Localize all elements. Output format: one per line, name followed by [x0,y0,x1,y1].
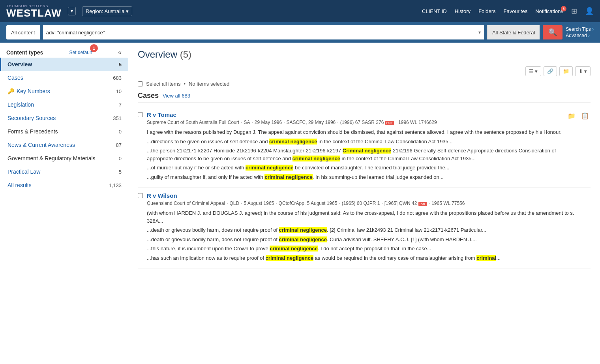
sidebar-item-label-overview: Overview [8,61,119,68]
search-input-wrapper: ▾ [43,25,484,39]
select-separator: • [184,81,186,87]
checkbox-tomac[interactable] [138,112,143,117]
sidebar-item-overview[interactable]: Overview 5 [0,58,128,71]
snippet-tomac-0: I agree with the reasons published by Du… [147,128,562,136]
snippet-tomac-4: ...guilty of manslaughter if, and only i… [147,173,562,181]
result-title-tomac[interactable]: R v Tomac [147,111,562,118]
folder-icon: 📁 [563,68,569,74]
download-button[interactable]: ⬇ ▾ [575,66,591,76]
sidebar-item-news[interactable]: News & Current Awareness 87 [0,138,128,152]
list-view-button[interactable]: ☰ ▾ [525,66,541,76]
meta-court-tomac: Supreme Court of South Australia Full Co… [147,120,239,125]
sidebar-item-count-cases: 683 [113,75,122,81]
favourites-nav[interactable]: Favourites [503,8,527,14]
meta-citation2-wilson: (1965) 60 QJPR 1 [342,201,380,206]
sidebar-item-label-secondary: Secondary Sources [8,115,113,121]
meta-court-wilson: Queensland Court of Criminal Appeal [147,201,225,206]
snippet-wilson-0: (with whom HARDEN J. and DOUGLAS J. agre… [147,209,587,225]
select-row: Select all items • No items selected [138,81,591,87]
meta-date-wilson: 5 August 1965 [244,201,274,206]
logo-area: THOMSON REUTERS WESTLAW [6,4,62,18]
sidebar-item-government[interactable]: Government & Regulatory Materials 0 [0,152,128,165]
client-id-nav[interactable]: CLIENT ID [422,8,447,14]
sidebar-item-label-legislation: Legislation [8,101,119,108]
cases-section-title: Cases [138,92,159,100]
sidebar-item-count-keynumbers: 10 [116,88,122,94]
search-button[interactable]: 🔍 [543,25,562,39]
logo-dropdown-button[interactable]: ▾ [68,7,76,15]
sidebar-item-label-forms: Forms & Precedents [8,128,119,135]
sidebar-item-label-keynumbers: Key Numbers [17,88,116,94]
snippet-wilson-1: ...death or grievous bodily harm, does n… [147,226,587,234]
folder-save-button[interactable]: 📁 [559,66,573,76]
sidebar-item-keynumbers[interactable]: 🔑 Key Numbers 10 [0,84,128,98]
download-icon: ⬇ [579,68,583,74]
sidebar-badge: 1 [90,44,98,52]
main-layout: 1 Content types Set default « Overview 5… [0,43,600,364]
selection-status: No items selected [189,81,229,87]
copy-link-button[interactable]: 🔗 [544,66,557,76]
region-chevron-icon: ▾ [126,8,129,14]
sidebar-item-cases[interactable]: Cases 683 [0,71,128,84]
result-checkbox-tomac [138,111,143,182]
sidebar-item-forms[interactable]: Forms & Precedents 0 [0,125,128,138]
sidebar-item-count-government: 0 [119,156,122,161]
set-default-link[interactable]: Set default [69,50,92,55]
sidebar-item-label-allresults: All results [8,182,109,188]
key-icon: 🔑 [8,88,14,94]
notifications-nav-wrapper[interactable]: Notifications 8 [535,8,563,14]
search-input[interactable] [46,30,478,36]
advanced-link[interactable]: Advanced › [566,33,594,38]
user-icon[interactable]: 👤 [585,7,594,15]
sidebar-item-secondary[interactable]: Secondary Sources 351 [0,111,128,125]
sidebar-item-count-allresults: 1,133 [109,182,122,188]
sidebar-item-count-practicallaw: 5 [119,169,122,175]
sidebar-item-legislation[interactable]: Legislation 7 [0,98,128,111]
note-action-tomac[interactable]: 📋 [579,111,591,120]
grid-icon[interactable]: ⊞ [571,7,577,15]
header-nav: CLIENT ID History Folders Favourites Not… [422,7,594,15]
all-content-button[interactable]: All content [6,25,40,39]
sidebar-item-label-cases: Cases [8,75,113,81]
result-body-wilson: R v Wilson Queensland Court of Criminal … [147,192,587,263]
page-title: Overview (5) [138,49,591,60]
result-actions-tomac: 📁 📋 [566,111,591,182]
sidebar-item-count-secondary: 351 [113,115,122,121]
checkbox-wilson[interactable] [138,193,143,198]
jurisdiction-button[interactable]: All State & Federal [487,25,540,39]
sidebar-item-practicallaw[interactable]: Practical Law 5 [0,165,128,178]
result-body-tomac: R v Tomac Supreme Court of South Austral… [147,111,562,182]
cases-section-header: Cases View all 683 [138,92,591,103]
sidebar-item-count-news: 87 [116,142,122,148]
history-nav[interactable]: History [455,8,471,14]
folder-action-tomac[interactable]: 📁 [566,111,577,120]
region-selector[interactable]: Region: Australia ▾ [82,6,132,16]
search-bar: All content ▾ All State & Federal 🔍 Sear… [0,22,600,43]
folders-nav[interactable]: Folders [478,8,495,14]
sidebar-item-count-forms: 0 [119,129,122,135]
pdf-icon-tomac[interactable]: PDF [385,121,394,125]
meta-citation3-wilson: [1965] QWN 42 PDF [384,201,427,206]
header: THOMSON REUTERS WESTLAW ▾ Region: Austra… [0,0,600,22]
snippet-wilson-4: ...has such an implication now as to req… [147,254,587,262]
pdf-icon-wilson[interactable]: PDF [418,202,427,206]
result-meta-wilson: Queensland Court of Criminal Appeal · QL… [147,201,587,206]
view-all-cases-link[interactable]: View all 683 [163,93,190,99]
result-title-wilson[interactable]: R v Wilson [147,192,587,199]
notification-badge: 8 [561,6,566,11]
meta-state-wilson: QLD [229,201,239,206]
result-item-wilson: R v Wilson Queensland Court of Criminal … [138,188,591,268]
result-checkbox-wilson [138,192,143,263]
sidebar-item-allresults[interactable]: All results 1,133 [0,178,128,192]
sidebar-title: Content types [6,49,43,56]
notifications-nav[interactable]: Notifications [535,8,563,14]
download-dropdown-icon: ▾ [584,68,587,74]
search-dropdown-icon[interactable]: ▾ [478,30,481,35]
content-area: Overview (5) ☰ ▾ 🔗 📁 ⬇ ▾ Select all item… [128,43,600,364]
sidebar-header: Content types Set default « [0,46,128,58]
select-all-checkbox[interactable] [138,81,143,86]
collapse-sidebar-button[interactable]: « [118,49,122,56]
snippet-wilson-3: ...this nature, it is incumbent upon the… [147,245,587,253]
search-tips-link[interactable]: Search Tips › [566,26,594,32]
select-all-label[interactable]: Select all items [146,81,180,87]
